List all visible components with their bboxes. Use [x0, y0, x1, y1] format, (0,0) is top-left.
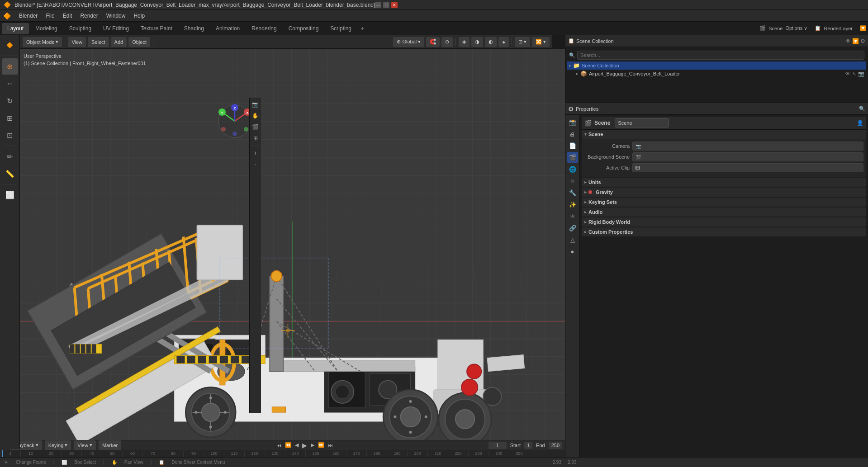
prop-physics-icon[interactable]: ⚛ [567, 211, 578, 222]
object-mode-dropdown[interactable]: Object Mode ▾ [23, 37, 62, 47]
prop-render-icon[interactable]: 📸 [567, 117, 578, 127]
keying-menu[interactable]: Keying ▾ [45, 440, 71, 450]
filter-icon-3[interactable]: ⚙ [860, 38, 865, 44]
rigid-body-section-header[interactable]: ▸ Rigid Body World [582, 217, 866, 226]
tab-layout[interactable]: Layout [2, 23, 29, 34]
prop-output-icon[interactable]: 🖨 [567, 128, 578, 139]
snap-toggle[interactable]: 🧲 [426, 37, 440, 47]
menu-blender[interactable]: Blender [15, 12, 41, 20]
viewport-grid-icon[interactable]: ⊞ [251, 133, 261, 143]
minimize-button[interactable]: — [375, 2, 381, 8]
menu-window[interactable]: Window [103, 12, 129, 20]
view-timeline-menu[interactable]: View ▾ [74, 440, 96, 450]
viewport-zoom-out[interactable]: - [251, 160, 261, 170]
menu-render[interactable]: Render [76, 12, 101, 20]
viewport-shading-4[interactable]: ● [498, 37, 509, 47]
viewport-shading-2[interactable]: ◑ [471, 37, 483, 47]
transform-tool[interactable]: ⊡ [2, 127, 18, 143]
prop-section-scene-header[interactable]: ▾ Scene [582, 130, 866, 139]
scene-name-input[interactable] [615, 118, 669, 127]
tab-sculpting[interactable]: Sculpting [64, 23, 97, 34]
tab-compositing[interactable]: Compositing [283, 23, 324, 34]
start-frame[interactable]: 1 [524, 442, 532, 449]
menu-edit[interactable]: Edit [59, 12, 76, 20]
proportional-edit[interactable]: ⊙ [441, 37, 453, 47]
viewport-shading-3[interactable]: ◐ [485, 37, 497, 47]
jump-start-btn[interactable]: ⏮ [275, 443, 282, 448]
play-btn[interactable]: ▶ [301, 442, 308, 449]
prop-material-icon[interactable]: ● [567, 246, 578, 257]
audio-section-header[interactable]: ▸ Audio [582, 208, 866, 217]
marker-menu[interactable]: Marker [99, 440, 121, 450]
cursor-tool[interactable]: ⊕ [2, 58, 18, 75]
jump-end-btn[interactable]: ⏭ [327, 443, 334, 448]
navigation-gizmo[interactable]: X Y Z [217, 103, 253, 139]
units-section-header[interactable]: ▸ Units [582, 178, 866, 187]
filter-icon-2[interactable]: 🔽 [852, 38, 859, 44]
background-scene-value[interactable]: 🎬 [632, 152, 863, 161]
svg-line-14 [520, 267, 538, 403]
close-button[interactable]: ✕ [391, 2, 398, 8]
view-menu[interactable]: View [68, 37, 86, 47]
prop-object-icon[interactable]: ◾ [567, 175, 578, 186]
tab-modeling[interactable]: Modeling [30, 23, 63, 34]
annotate-tool[interactable]: ✏ [2, 148, 18, 165]
outliner-conveyor-item[interactable]: ▸ 📦 Airport_Baggage_Conveyor_Belt_Loader… [567, 70, 866, 78]
prop-constraints-icon[interactable]: 🔗 [567, 222, 578, 233]
move-tool[interactable]: ↔ [2, 75, 18, 92]
add-object-tool[interactable]: ⬜ [2, 187, 18, 203]
camera-value[interactable]: 📷 [632, 142, 863, 151]
keying-section-header[interactable]: ▸ Keying Sets [582, 198, 866, 207]
end-frame[interactable]: 250 [549, 442, 562, 449]
prop-viewlayer-icon[interactable]: 📄 [567, 140, 578, 151]
add-workspace-button[interactable]: + [358, 24, 367, 33]
maximize-button[interactable]: □ [383, 2, 389, 8]
pointer-icon[interactable]: ↖ [852, 71, 856, 77]
fake-user-icon[interactable]: 👤 [857, 120, 863, 126]
viewport-zoom-in[interactable]: + [251, 148, 261, 158]
prop-particles-icon[interactable]: ✨ [567, 199, 578, 210]
custom-props-section-header[interactable]: ▸ Custom Properties [582, 227, 866, 236]
add-menu[interactable]: Add [111, 37, 127, 47]
viewport-3d[interactable]: User Perspective (1) Scene Collection | … [20, 49, 565, 440]
jump-next-keyframe-btn[interactable]: ⏩ [317, 442, 325, 448]
gizmo-toggle[interactable]: 🔀 ▾ [532, 37, 550, 47]
options-button[interactable]: Options ∨ [785, 25, 807, 31]
blender-info-icon[interactable]: 🔶 [2, 37, 18, 53]
scale-tool[interactable]: ⊞ [2, 110, 18, 126]
outliner-conveyor-label: Airport_Baggage_Conveyor_Belt_Loader [589, 71, 680, 76]
tab-animation[interactable]: Animation [210, 23, 245, 34]
viewport-hand-icon[interactable]: ✋ [251, 111, 261, 121]
tab-scripting[interactable]: Scripting [325, 23, 357, 34]
render-icon[interactable]: 📷 [858, 71, 864, 77]
viewport-video-icon[interactable]: 🎬 [251, 122, 261, 132]
tab-rendering[interactable]: Rendering [246, 23, 282, 34]
global-transform[interactable]: ⊕ Global ▾ [393, 37, 424, 47]
tab-shading[interactable]: Shading [179, 23, 209, 34]
outliner-scene-collection[interactable]: ▸ 📁 Scene Collection [567, 61, 866, 70]
viewport-camera-icon[interactable]: 📷 [251, 99, 261, 109]
step-forward-btn[interactable]: ▶ [310, 442, 315, 448]
menu-file[interactable]: File [42, 12, 58, 20]
prop-modifier-icon[interactable]: 🔧 [567, 187, 578, 198]
tab-uv-editing[interactable]: UV Editing [98, 23, 134, 34]
measure-tool[interactable]: 📏 [2, 165, 18, 182]
prop-search-icon[interactable]: 🔍 [859, 106, 865, 112]
jump-prev-keyframe-btn[interactable]: ⏪ [284, 442, 292, 448]
select-menu[interactable]: Select [88, 37, 109, 47]
outliner-search-input[interactable] [577, 51, 864, 60]
step-back-btn[interactable]: ◀ [294, 442, 299, 448]
eye-icon[interactable]: 👁 [845, 71, 850, 77]
tab-texture-paint[interactable]: Texture Paint [135, 23, 178, 34]
rotate-tool[interactable]: ↻ [2, 93, 18, 109]
menu-help[interactable]: Help [130, 12, 148, 20]
overlay-toggle[interactable]: ⊡ ▾ [515, 37, 530, 47]
object-menu[interactable]: Object [128, 37, 150, 47]
prop-world-icon[interactable]: 🌐 [567, 164, 578, 175]
gravity-section-header[interactable]: ▸ Gravity [582, 188, 866, 197]
viewport-shading-1[interactable]: ◈ [459, 37, 470, 47]
prop-data-icon[interactable]: △ [567, 234, 578, 245]
prop-scene-icon[interactable]: 🎬 [567, 152, 578, 163]
active-clip-value[interactable]: 🎞 [632, 163, 863, 172]
filter-icon-1[interactable]: 👁 [845, 38, 851, 44]
